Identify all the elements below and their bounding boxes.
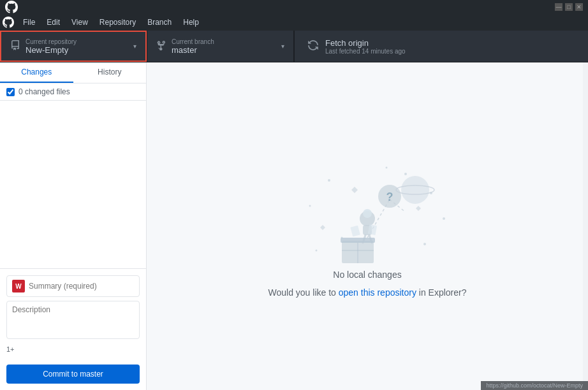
no-changes-message: No local changes Would you like to open … (268, 270, 466, 298)
commit-button[interactable]: Commit to master (6, 365, 140, 384)
menu-edit[interactable]: Edit (41, 17, 65, 28)
sidebar: Changes History 0 changed files W 1+ Com… (0, 62, 147, 390)
branch-label: Current branch (172, 38, 276, 45)
main-content-area: ? No local changes Would you like to (147, 62, 588, 390)
main-layout: Changes History 0 changed files W 1+ Com… (0, 62, 588, 390)
select-all-checkbox[interactable] (6, 88, 15, 96)
repo-icon (10, 40, 20, 53)
minimize-button[interactable]: — (555, 3, 562, 11)
fetch-sync-icon (307, 40, 319, 54)
repo-value: New-Empty (26, 45, 128, 55)
svg-text:?: ? (386, 191, 393, 203)
toolbar: Current repository New-Empty ▾ Current b… (0, 31, 588, 62)
changes-header: 0 changed files (0, 83, 146, 101)
svg-point-7 (316, 250, 318, 252)
repo-text: Current repository New-Empty (26, 38, 128, 55)
svg-marker-11 (320, 225, 325, 230)
branch-text: Current branch master (172, 38, 276, 55)
commit-area: W 1+ (0, 268, 146, 362)
svg-rect-24 (341, 238, 375, 243)
repo-label: Current repository (26, 38, 128, 45)
tab-history[interactable]: History (73, 62, 147, 83)
branch-value: master (172, 45, 276, 55)
sidebar-tabs: Changes History (0, 62, 146, 83)
scrollbar[interactable] (583, 62, 588, 390)
commit-summary-input[interactable] (29, 282, 134, 291)
menu-help[interactable]: Help (178, 17, 204, 28)
svg-rect-28 (368, 224, 377, 235)
fetch-sublabel: Last fetched 14 minutes ago (325, 48, 406, 55)
fetch-text: Fetch origin Last fetched 14 minutes ago (325, 38, 406, 55)
menu-file[interactable]: File (18, 17, 40, 28)
maximize-button[interactable]: □ (565, 3, 573, 11)
close-button[interactable]: ✕ (575, 3, 583, 11)
changes-count: 0 changed files (18, 87, 70, 96)
title-bar: — □ ✕ (0, 0, 588, 14)
tab-changes[interactable]: Changes (0, 62, 73, 83)
commit-footer-label: 1+ (6, 345, 15, 353)
branch-icon (156, 40, 166, 53)
commit-description-input[interactable] (6, 301, 140, 339)
open-suffix-text: in Explorer? (419, 287, 467, 298)
github-logo-icon (5, 1, 18, 13)
no-changes-illustration: ? (278, 155, 457, 270)
svg-point-4 (443, 217, 445, 220)
svg-point-14 (401, 176, 429, 204)
menu-bar: File Edit View Repository Branch Help (0, 14, 588, 31)
svg-point-1 (404, 173, 407, 175)
fetch-origin-section[interactable]: Fetch origin Last fetched 14 minutes ago (295, 31, 429, 62)
svg-point-6 (423, 243, 426, 245)
commit-button-container: Commit to master (0, 362, 146, 390)
menu-branch[interactable]: Branch (142, 17, 177, 28)
current-repo-section[interactable]: Current repository New-Empty ▾ (0, 31, 147, 62)
svg-marker-9 (351, 187, 358, 193)
commit-footer: 1+ (6, 343, 140, 356)
open-prefix-text: Would you like to (268, 287, 335, 298)
window-controls[interactable]: — □ ✕ (555, 3, 583, 11)
current-branch-section[interactable]: Current branch master ▾ (147, 31, 294, 62)
svg-point-3 (309, 205, 311, 207)
repo-dropdown-arrow: ▾ (133, 43, 136, 50)
menu-repository[interactable]: Repository (94, 17, 141, 28)
svg-marker-10 (416, 206, 421, 211)
commit-avatar-icon: W (12, 280, 25, 292)
commit-summary-row: W (6, 275, 140, 297)
svg-point-0 (328, 179, 330, 182)
app-logo-icon (3, 17, 14, 28)
svg-rect-27 (350, 226, 360, 237)
menu-view[interactable]: View (66, 17, 93, 28)
no-changes-title: No local changes (333, 270, 401, 280)
svg-point-19 (363, 209, 372, 218)
status-bar: https://github.com/octocat/New-Empty (481, 381, 588, 390)
open-repository-link[interactable]: open this repository (339, 287, 416, 298)
fetch-label: Fetch origin (325, 38, 406, 48)
branch-dropdown-arrow: ▾ (281, 43, 284, 50)
no-changes-subtitle: Would you like to open this repository i… (268, 287, 466, 298)
file-list-area (0, 101, 146, 268)
svg-point-8 (386, 167, 388, 169)
